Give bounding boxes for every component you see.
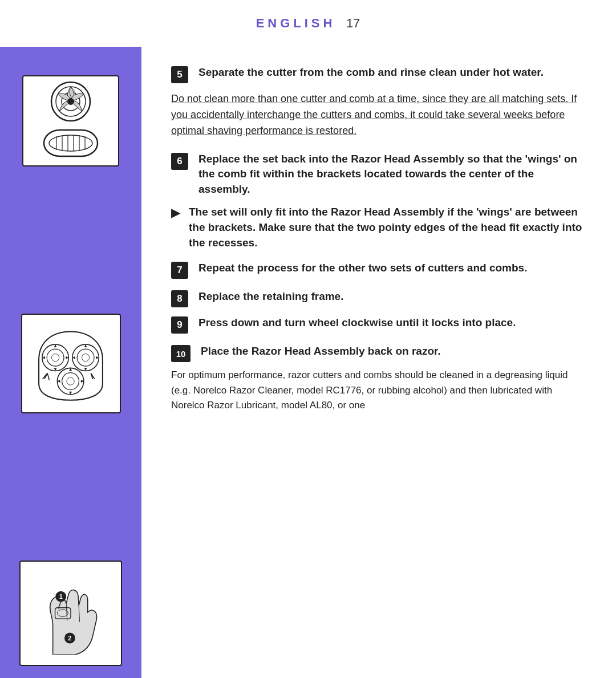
- step-9-number: 9: [171, 316, 188, 334]
- step-7-number: 7: [171, 262, 188, 279]
- step-5-text: Separate the cutter from the comb and ri…: [198, 65, 544, 80]
- svg-point-15: [72, 344, 99, 371]
- image-hand-razor: 1 2: [19, 561, 122, 666]
- page: ENGLISH 17: [0, 0, 616, 678]
- header: ENGLISH 17: [0, 0, 616, 41]
- image-cutter-top: [22, 75, 119, 167]
- bullet-diamond-icon: ▶: [171, 206, 180, 220]
- step-10-number: 10: [171, 345, 191, 362]
- svg-point-3: [67, 98, 74, 105]
- svg-rect-4: [44, 130, 98, 156]
- svg-text:1: 1: [59, 593, 63, 600]
- svg-text:2: 2: [68, 635, 71, 642]
- footer-paragraph: For optimum performance, razor cutters a…: [171, 368, 586, 413]
- sidebar: 1 2: [0, 47, 141, 678]
- step-6-text: Replace the set back into the Razor Head…: [198, 152, 586, 197]
- step-6-number: 6: [171, 153, 188, 170]
- warning-text: Do not clean more than one cutter and co…: [171, 93, 577, 136]
- language-label: ENGLISH: [256, 16, 336, 30]
- bullet-step-1: ▶ The set will only fit into the Razor H…: [171, 205, 586, 250]
- svg-point-5: [49, 135, 92, 151]
- content-area: 5 Separate the cutter from the comb and …: [141, 47, 616, 678]
- svg-point-14: [51, 354, 59, 362]
- step-5: 5 Separate the cutter from the comb and …: [171, 65, 586, 83]
- step-8-number: 8: [171, 290, 188, 307]
- svg-point-16: [77, 349, 94, 366]
- step-8: 8 Replace the retaining frame.: [171, 289, 586, 307]
- svg-point-20: [67, 377, 74, 385]
- svg-point-12: [42, 344, 68, 371]
- step-9: 9 Press down and turn wheel clockwise un…: [171, 315, 586, 334]
- svg-point-18: [57, 368, 83, 394]
- step-9-text: Press down and turn wheel clockwise unti…: [198, 315, 516, 331]
- bullet-1-text: The set will only fit into the Razor Hea…: [189, 205, 586, 250]
- svg-point-13: [47, 349, 64, 366]
- step-10-text: Place the Razor Head Assembly back on ra…: [201, 344, 441, 359]
- step-7-text: Repeat the process for the other two set…: [198, 261, 527, 276]
- svg-point-19: [62, 373, 79, 390]
- step-8-text: Replace the retaining frame.: [198, 289, 343, 305]
- step-7: 7 Repeat the process for the other two s…: [171, 261, 586, 279]
- step-6: 6 Replace the set back into the Razor He…: [171, 152, 586, 197]
- step-5-number: 5: [171, 66, 188, 83]
- svg-point-17: [82, 354, 89, 362]
- image-razor-assembly: [21, 314, 121, 413]
- footer-text-block: For optimum performance, razor cutters a…: [171, 368, 586, 413]
- step-10: 10 Place the Razor Head Assembly back on…: [171, 344, 586, 362]
- warning-block: Do not clean more than one cutter and co…: [171, 91, 586, 139]
- main-content: 1 2 5 Separate the cutter from: [0, 41, 616, 678]
- page-number: 17: [346, 16, 360, 30]
